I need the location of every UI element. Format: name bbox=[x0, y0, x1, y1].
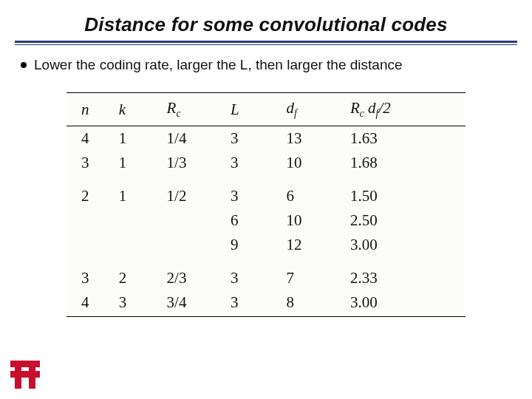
cell-Rc: 3/4 bbox=[163, 290, 226, 317]
col-header-n: n bbox=[66, 93, 115, 126]
cell-L: 3 bbox=[226, 290, 282, 317]
cell-Rc bbox=[163, 208, 226, 233]
slide-title: Distance for some convolutional codes bbox=[0, 0, 532, 41]
cell-L: 3 bbox=[226, 151, 282, 175]
cell-Rc: 2/3 bbox=[163, 257, 226, 290]
cell-k bbox=[115, 208, 163, 233]
table-header-row: n k Rc L df Rc df/2 bbox=[66, 93, 466, 126]
cell-k: 2 bbox=[115, 257, 163, 290]
cell-L: 3 bbox=[226, 175, 282, 208]
cell-last: 3.00 bbox=[346, 233, 466, 257]
cell-df: 6 bbox=[282, 175, 346, 208]
title-underline bbox=[15, 41, 517, 45]
cell-Rc: 1/3 bbox=[163, 151, 226, 175]
bullet-line: Lower the coding rate, larger the L, the… bbox=[0, 54, 532, 85]
cell-last: 1.68 bbox=[346, 151, 466, 175]
bullet-text: Lower the coding rate, larger the L, the… bbox=[34, 57, 403, 73]
table-row: 311/33101.68 bbox=[66, 151, 466, 175]
table-row: 433/4383.00 bbox=[66, 290, 466, 317]
cell-last: 2.33 bbox=[346, 257, 466, 290]
cell-L: 3 bbox=[226, 257, 282, 290]
cell-last: 3.00 bbox=[346, 290, 466, 317]
table-row: 411/43131.63 bbox=[66, 126, 466, 151]
cell-df: 10 bbox=[282, 208, 346, 233]
cell-L: 9 bbox=[226, 233, 282, 257]
cell-n: 2 bbox=[66, 175, 115, 208]
cell-last: 1.63 bbox=[346, 126, 466, 151]
cell-k bbox=[115, 233, 163, 257]
col-header-Rc: Rc bbox=[163, 93, 226, 126]
cell-n: 4 bbox=[66, 290, 115, 317]
uh-logo bbox=[10, 361, 40, 389]
col-header-L: L bbox=[226, 93, 282, 126]
cell-Rc bbox=[163, 233, 226, 257]
table-row: 6102.50 bbox=[66, 208, 466, 233]
codes-table: n k Rc L df Rc df/2 411/43131.63311/3310… bbox=[66, 92, 466, 317]
cell-n: 3 bbox=[66, 257, 115, 290]
cell-k: 3 bbox=[115, 290, 163, 317]
table-body: 411/43131.63311/33101.68211/2361.506102.… bbox=[66, 126, 466, 317]
cell-df: 10 bbox=[282, 151, 346, 175]
col-header-df: df bbox=[282, 93, 346, 126]
table-row: 322/3372.33 bbox=[66, 257, 466, 290]
cell-n bbox=[66, 208, 115, 233]
col-header-Rcdf2: Rc df/2 bbox=[346, 93, 466, 126]
cell-n: 4 bbox=[66, 126, 115, 151]
cell-Rc: 1/4 bbox=[163, 126, 226, 151]
cell-df: 12 bbox=[282, 233, 346, 257]
cell-df: 7 bbox=[282, 257, 346, 290]
cell-n: 3 bbox=[66, 151, 115, 175]
cell-n bbox=[66, 233, 115, 257]
cell-last: 2.50 bbox=[346, 208, 466, 233]
codes-table-wrap: n k Rc L df Rc df/2 411/43131.63311/3310… bbox=[66, 92, 466, 317]
cell-last: 1.50 bbox=[346, 175, 466, 208]
col-header-k: k bbox=[115, 93, 163, 126]
cell-k: 1 bbox=[115, 126, 163, 151]
cell-df: 13 bbox=[282, 126, 346, 151]
table-row: 9123.00 bbox=[66, 233, 466, 257]
cell-k: 1 bbox=[115, 151, 163, 175]
cell-L: 3 bbox=[226, 126, 282, 151]
bullet-icon bbox=[21, 62, 27, 68]
cell-k: 1 bbox=[115, 175, 163, 208]
cell-df: 8 bbox=[282, 290, 346, 317]
cell-Rc: 1/2 bbox=[163, 175, 226, 208]
table-row: 211/2361.50 bbox=[66, 175, 466, 208]
cell-L: 6 bbox=[226, 208, 282, 233]
